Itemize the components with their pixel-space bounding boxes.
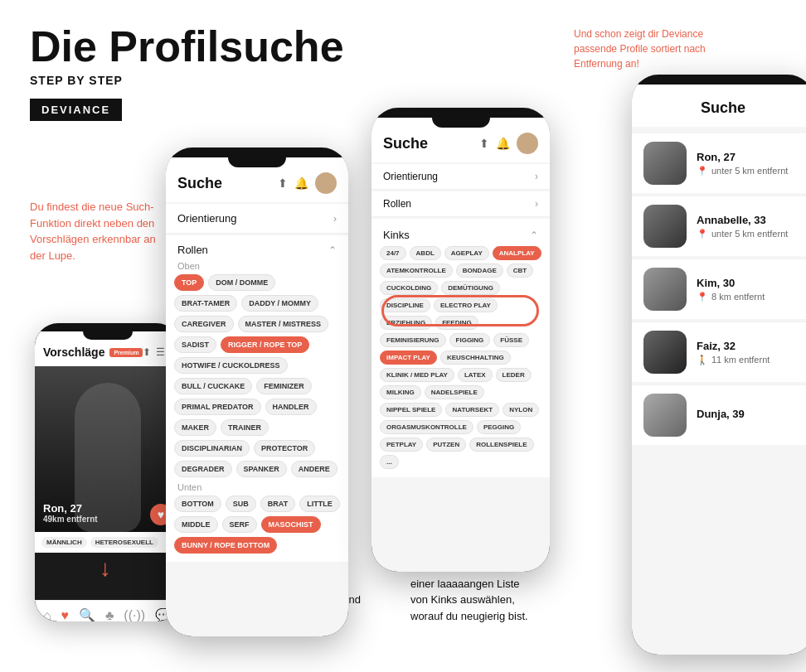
- kink-feeding[interactable]: FEEDING: [435, 316, 478, 330]
- kink-nippel-spiele[interactable]: NIPPEL SPIELE: [380, 403, 442, 417]
- kinks-section: Kinks ⌃ 24/7 ABDL AGEPLAY ANALPLAY ATEMK…: [371, 219, 550, 477]
- kink-nadelspiele[interactable]: NADELSPIELE: [425, 385, 484, 399]
- kink-latex[interactable]: LATEX: [458, 368, 493, 382]
- kink-247[interactable]: 24/7: [380, 246, 406, 260]
- home-nav-icon[interactable]: ⌂: [43, 608, 51, 622]
- profile-info-annabelle: Annabelle, 33 📍 unter 5 km entfernt: [697, 214, 803, 239]
- kinks-tags-grid: 24/7 ABDL AGEPLAY ANALPLAY ATEMKONTROLLE…: [371, 246, 550, 469]
- tag-hotwife[interactable]: HOTWIFE / CUCKOLDRESS: [174, 357, 288, 374]
- tag-brat-tamer[interactable]: BRAT-TAMER: [174, 295, 237, 312]
- kinks-header-row[interactable]: Kinks ⌃: [371, 224, 550, 246]
- tag-serf[interactable]: SERF: [222, 516, 257, 533]
- kink-cbt[interactable]: CBT: [507, 263, 533, 278]
- kink-erziehung[interactable]: ERZIEHUNG: [380, 316, 432, 330]
- bell-icon: 🔔: [294, 176, 308, 190]
- tag-rigger-rope-top[interactable]: RIGGER / ROPE TOP: [221, 336, 309, 353]
- kink-klinik[interactable]: KLINIK / MED PLAY: [380, 368, 454, 382]
- profile-avatar-kim: [643, 268, 687, 311]
- tag-disciplinarian[interactable]: DISCIPLINARIAN: [174, 440, 250, 457]
- kink-natursekt[interactable]: NATURSEKT: [445, 403, 499, 417]
- tag-sadist[interactable]: SADIST: [174, 336, 216, 353]
- profile-info-kim: Kim, 30 📍 8 km entfernt: [697, 277, 803, 302]
- tag-handler[interactable]: HANDLER: [265, 399, 317, 415]
- clubs-nav-icon[interactable]: ♣: [105, 608, 114, 622]
- profile-item-annabelle[interactable]: Annabelle, 33 📍 unter 5 km entfernt: [632, 196, 806, 256]
- kink-orgasmuskontrolle[interactable]: ORGASMUSKONTROLLE: [380, 420, 473, 434]
- tag-sub[interactable]: SUB: [226, 496, 256, 512]
- tag-middle[interactable]: MIDDLE: [174, 516, 218, 533]
- kink-more[interactable]: ...: [380, 455, 399, 469]
- profile-item-faiz[interactable]: Faiz, 32 🚶 11 km entfernt: [632, 322, 806, 382]
- profile-avatar-dunja: [643, 394, 687, 437]
- tag-masochist[interactable]: MASOCHIST: [261, 516, 321, 533]
- chevron-up-icon: ⌃: [328, 244, 337, 256]
- kink-milking[interactable]: MILKING: [380, 385, 421, 399]
- bell-icon-3: 🔔: [496, 137, 510, 150]
- kinks-label: Kinks: [383, 229, 410, 241]
- tag-feminizer[interactable]: FEMINIZER: [256, 378, 312, 394]
- phone3-orientierung-row[interactable]: Orientierung ›: [371, 164, 550, 190]
- phone3-rollen-row[interactable]: Rollen ›: [371, 191, 550, 217]
- tag-top[interactable]: TOP: [174, 274, 204, 291]
- profile-distance-annabelle: 📍 unter 5 km entfernt: [697, 229, 803, 239]
- kink-abdl[interactable]: ABDL: [410, 246, 441, 260]
- tag-trainer[interactable]: TRAINER: [221, 419, 269, 436]
- list-icon: ☰: [156, 346, 165, 358]
- location-icon-kim: 📍: [697, 292, 708, 302]
- kink-analplay[interactable]: ANALPLAY: [493, 246, 541, 260]
- kink-cuckolding[interactable]: CUCKOLDING: [380, 281, 438, 295]
- kink-pegging[interactable]: PEGGING: [477, 420, 521, 434]
- tag-daddy-mommy[interactable]: DADDY / MOMMY: [241, 295, 318, 312]
- kink-fusse[interactable]: FÜSSE: [493, 333, 529, 347]
- profile-item-ron[interactable]: Ron, 27 📍 unter 5 km entfernt: [632, 133, 806, 193]
- arrow-down-icon: ↓: [100, 555, 111, 582]
- phone3-rollen-label: Rollen: [383, 198, 411, 210]
- kink-atemkontrolle[interactable]: ATEMKONTROLLE: [380, 263, 453, 278]
- kink-demutigung[interactable]: DEMÜTIGUNG: [441, 281, 500, 295]
- kink-nylon[interactable]: NYLON: [503, 403, 539, 417]
- profile-item-kim[interactable]: Kim, 30 📍 8 km entfernt: [632, 259, 806, 319]
- phone-notch: [83, 331, 133, 340]
- tag-andere[interactable]: ANDERE: [291, 461, 337, 477]
- kink-bondage[interactable]: BONDAGE: [456, 263, 503, 278]
- tag-master-mistress[interactable]: MASTER / MISTRESS: [238, 316, 329, 332]
- oben-label: Oben: [166, 261, 348, 271]
- left-description: Du findest die neue Such-Funktion direkt…: [30, 199, 163, 263]
- phone1-profile-image: Ron, 27 49km entfernt ♥: [35, 366, 180, 532]
- kink-figging[interactable]: FIGGING: [449, 333, 491, 347]
- profile-item-dunja[interactable]: Dunja, 39: [632, 385, 806, 445]
- kink-electro-play[interactable]: ELECTRO PLAY: [434, 298, 498, 312]
- tag-brat[interactable]: BRAT: [260, 496, 295, 512]
- kink-leder[interactable]: LEDER: [496, 368, 532, 382]
- search-nav-icon[interactable]: 🔍: [79, 607, 95, 621]
- phone1-tags: MÄNNLICH HETEROSEXUELL: [35, 532, 180, 553]
- radio-nav-icon[interactable]: ((·)): [124, 608, 145, 622]
- tag-degrader[interactable]: DEGRADER: [174, 461, 232, 477]
- phone-suche-rollen: Suche ⬆ 🔔 Orientierung › Rollen ⌃: [166, 147, 348, 636]
- kink-impact-play[interactable]: IMPACT PLAY: [380, 351, 437, 365]
- profile-info-ron: Ron, 27 📍 unter 5 km entfernt: [697, 151, 803, 176]
- tag-spanker[interactable]: SPANKER: [236, 461, 287, 477]
- kink-rollenspiele[interactable]: ROLLENSPIELE: [469, 438, 533, 452]
- rollen-row[interactable]: Rollen ⌃: [166, 235, 348, 261]
- tag-protector[interactable]: PROTECTOR: [254, 440, 315, 457]
- kink-putzen[interactable]: PUTZEN: [426, 438, 466, 452]
- kink-petplay[interactable]: PETPLAY: [380, 438, 423, 452]
- kink-feminisierung[interactable]: FEMINISIERUNG: [380, 333, 446, 347]
- kink-ageplay[interactable]: AGEPLAY: [444, 246, 489, 260]
- tag-dom-domme[interactable]: DOM / DOMME: [208, 274, 275, 291]
- tag-caregiver[interactable]: CAREGIVER: [174, 316, 234, 332]
- heart-nav-icon[interactable]: ♥: [61, 608, 70, 622]
- profile-avatar-ron: [643, 142, 687, 185]
- tag-little[interactable]: LITTLE: [299, 496, 340, 512]
- tag-bull-cuckake[interactable]: BULL / CUCKAKE: [174, 378, 252, 394]
- tag-maker[interactable]: MAKER: [174, 419, 216, 436]
- tag-primal-predator[interactable]: PRIMAL PREDATOR: [174, 399, 261, 415]
- kink-discipline[interactable]: DISCIPLINE: [380, 298, 430, 312]
- orientierung-row[interactable]: Orientierung ›: [166, 204, 348, 234]
- tag-bunny-rope-bottom[interactable]: BUNNY / ROPE BOTTOM: [174, 537, 277, 554]
- tag-bottom[interactable]: BOTTOM: [174, 496, 221, 512]
- premium-badge: Premium: [109, 348, 143, 357]
- profile-name-ron: Ron, 27: [697, 151, 803, 163]
- kink-keuschhalting[interactable]: KEUSCHHALTING: [440, 351, 511, 365]
